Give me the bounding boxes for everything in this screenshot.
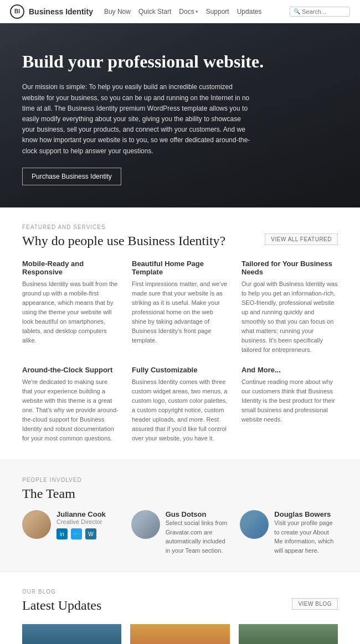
in-social-icon[interactable]: in [56,528,68,539]
blog-thumbnail [22,624,121,644]
featured-section: FEATURED AND SERVICES Why do people use … [0,207,360,460]
feature-title: Mobile-Ready and Responsive [22,259,119,276]
feature-item: And More...Continue reading more about w… [241,366,338,443]
feature-title: Fully Customizable [132,366,228,374]
search-icon: 🔍 [294,8,300,14]
hero-body: Our mission is simple: To help you easil… [22,82,255,156]
member-desc: Select social links from Gravatar.com ar… [166,518,229,555]
featured-title: Why do people use Business Identity? [22,233,225,248]
member-name: Douglas Bowers [274,510,338,518]
blog-section-label: OUR BLOG [22,589,338,595]
team-member: Douglas Bowers Visit your profile page t… [240,510,338,555]
logo-icon: BI [10,4,24,19]
tw-social-icon[interactable]: 🐦 [71,528,82,539]
nav-quick-start[interactable]: Quick Start [138,8,171,15]
hero-cta-button[interactable]: Purchase Business Identity [22,168,121,185]
nav-updates[interactable]: Updates [237,8,262,15]
site-header: BI Business Identity Buy Now Quick Start… [0,0,360,23]
search-input[interactable] [302,8,346,15]
member-info: Gus Dotson Select social links from Grav… [166,510,229,555]
member-row: Julianne Cook Creative Director in🐦W [22,510,120,539]
member-info: Douglas Bowers Visit your profile page t… [274,510,338,555]
blog-card: MAY 15, 2014 Introducing: Business Ident… [22,624,121,644]
blog-grid: MAY 15, 2014 Introducing: Business Ident… [22,624,338,644]
blog-title: Latest Updates [22,598,101,613]
view-all-featured-button[interactable]: VIEW ALL FEATURED [265,233,338,245]
nav-support[interactable]: Support [206,8,229,15]
social-icons: in🐦W [56,528,120,539]
member-title: Creative Director [56,518,120,525]
blog-thumbnail [239,624,338,644]
avatar [131,510,160,539]
nav-docs[interactable]: Docs ▾ [179,8,198,15]
feature-title: And More... [241,366,338,374]
logo[interactable]: BI Business Identity [10,4,93,19]
feature-item: Tailored for Your Business NeedsOur goal… [241,259,338,355]
team-grid: Julianne Cook Creative Director in🐦W Gus… [22,510,338,555]
feature-body: Our goal with Business Identity was to h… [241,279,338,355]
blog-card: MAY 15, 2014 Using Infinite Scroll for B… [130,624,229,644]
blog-card: MAY 15, 2014 Using Custom Post Excerpts … [239,624,338,644]
nav-buy-now[interactable]: Buy Now [104,8,131,15]
hero-headline: Build your professional website. [22,51,338,72]
feature-body: Continue reading more about why our cust… [241,377,338,424]
feature-item: Fully CustomizableBusiness Identity come… [132,366,228,443]
team-section: PEOPLE INVOLVED The Team Julianne Cook C… [0,460,360,572]
feature-item: Around-the-Clock SupportWe're dedicated … [22,366,119,443]
team-member: Julianne Cook Creative Director in🐦W [22,510,120,555]
member-name: Julianne Cook [56,510,120,518]
avatar [22,510,51,539]
feature-body: Business Identity comes with three custo… [132,377,228,443]
member-name: Gus Dotson [166,510,229,518]
feature-body: Business Identity was built from the gro… [22,279,119,345]
blog-header: Latest Updates VIEW BLOG [22,598,338,613]
featured-section-label: FEATURED AND SERVICES [22,224,338,230]
feature-body: We're dedicated to making sure that your… [22,377,119,443]
main-nav: Buy Now Quick Start Docs ▾ Support Updat… [104,8,290,15]
team-section-label: PEOPLE INVOLVED [22,477,338,483]
feature-item: Beautiful Home Page TemplateFirst impres… [132,259,228,355]
avatar [240,510,269,539]
feature-item: Mobile-Ready and ResponsiveBusiness Iden… [22,259,119,355]
feature-body: First impressions matter, and we've made… [132,279,228,345]
wp-social-icon[interactable]: W [85,528,96,539]
member-desc: Visit your profile page to create your A… [274,518,338,555]
feature-title: Around-the-Clock Support [22,366,119,374]
member-info: Julianne Cook Creative Director in🐦W [56,510,120,539]
hero-section: Build your professional website. Our mis… [0,23,360,207]
member-row: Douglas Bowers Visit your profile page t… [240,510,338,555]
features-grid: Mobile-Ready and ResponsiveBusiness Iden… [22,259,338,444]
search-box[interactable]: 🔍 [290,7,350,17]
member-row: Gus Dotson Select social links from Grav… [131,510,229,555]
blog-thumbnail [130,624,229,644]
team-title: The Team [22,486,338,501]
team-member: Gus Dotson Select social links from Grav… [131,510,229,555]
featured-header: Why do people use Business Identity? VIE… [22,233,338,248]
feature-title: Beautiful Home Page Template [132,259,228,276]
logo-title: Business Identity [29,7,93,16]
feature-title: Tailored for Your Business Needs [241,259,338,276]
view-blog-button[interactable]: VIEW BLOG [292,598,338,610]
blog-section: OUR BLOG Latest Updates VIEW BLOG MAY 15… [0,572,360,644]
